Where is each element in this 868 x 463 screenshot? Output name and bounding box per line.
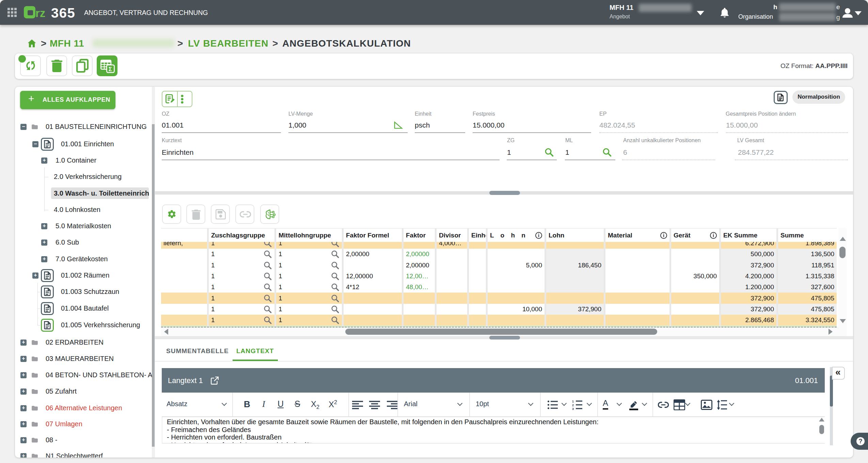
svg-text:365: 365 — [51, 6, 75, 20]
svg-text:2: 2 — [572, 403, 574, 407]
svg-text:1: 1 — [572, 400, 574, 403]
svg-text:rz: rz — [35, 7, 45, 19]
svg-text:3: 3 — [572, 407, 574, 410]
svg-text:Σ: Σ — [109, 66, 112, 72]
